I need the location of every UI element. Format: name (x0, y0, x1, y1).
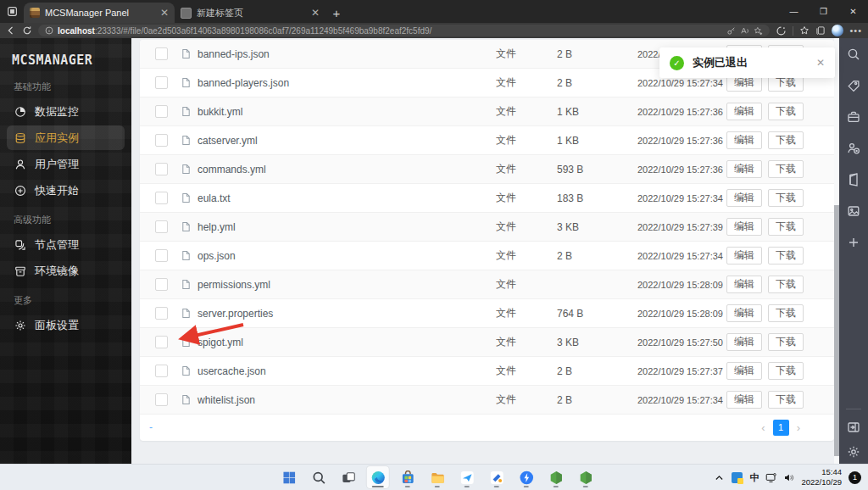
edit-button[interactable]: 编辑 (726, 391, 762, 409)
restore-button[interactable]: ❐ (809, 0, 838, 23)
file-row[interactable]: whitelist.json文件2 B2022/10/29 15:27:34编辑… (140, 386, 834, 415)
edit-button[interactable]: 编辑 (726, 189, 762, 207)
sidebar-item-database[interactable]: 应用实例 (7, 125, 125, 150)
site-info-icon[interactable] (45, 26, 53, 35)
browser-tab-newtab[interactable]: 新建标签页 ✕ (175, 3, 326, 23)
edge-sidebar-image-gallery-icon[interactable] (847, 204, 860, 218)
file-name-cell[interactable]: help.yml (181, 221, 496, 233)
download-button[interactable]: 下载 (768, 247, 804, 264)
file-row[interactable]: bukkit.yml文件1 KB2022/10/29 15:27:36编辑下载 (140, 97, 834, 126)
more-menu-icon[interactable]: ••• (849, 25, 862, 36)
file-explorer-button[interactable] (426, 466, 448, 488)
download-button[interactable]: 下载 (768, 362, 804, 380)
row-checkbox[interactable] (155, 192, 168, 204)
file-name-cell[interactable]: whitelist.json (181, 394, 496, 406)
file-name-cell[interactable]: bukkit.yml (181, 106, 496, 118)
sidebar-item-image-box[interactable]: 环境镜像 (7, 259, 125, 283)
edge-sidebar-tools-briefcase-icon[interactable] (847, 110, 860, 124)
edge-sidebar-search-icon[interactable] (847, 47, 860, 61)
password-key-icon[interactable] (726, 26, 736, 36)
tray-chevron-up-icon[interactable] (714, 472, 725, 483)
download-button[interactable]: 下载 (768, 304, 804, 322)
edge-button[interactable] (367, 466, 389, 488)
toast-close-icon[interactable]: ✕ (816, 57, 825, 69)
file-row[interactable]: usercache.json文件2 B2022/10/29 15:27:37编辑… (140, 357, 834, 386)
ime-language-indicator[interactable]: 中 (749, 471, 759, 484)
read-aloud-icon[interactable] (740, 26, 749, 36)
file-name-cell[interactable]: permissions.yml (181, 279, 496, 291)
browser-tab-mcsmanager[interactable]: MCSManager Panel ✕ (24, 3, 175, 23)
start-button[interactable] (278, 466, 300, 488)
file-row[interactable]: spigot.yml文件3 KB2022/10/29 15:27:50编辑下载 (140, 328, 834, 357)
edit-button[interactable]: 编辑 (726, 160, 762, 178)
refresh-icon[interactable] (22, 25, 32, 36)
nodejs-button[interactable] (545, 466, 567, 488)
row-checkbox[interactable] (155, 278, 168, 291)
back-icon[interactable] (6, 25, 16, 36)
sidebar-item-gear[interactable]: 面板设置 (7, 313, 125, 337)
profile-avatar[interactable] (832, 25, 843, 36)
task-view-button[interactable] (337, 466, 359, 488)
file-row[interactable]: catserver.yml文件1 KB2022/10/29 15:27:36编辑… (140, 126, 834, 155)
row-checkbox[interactable] (155, 336, 168, 348)
file-name-cell[interactable]: eula.txt (181, 192, 496, 204)
address-bar[interactable]: localhost:23333/#/file/0ae2d503a6f14063a… (38, 25, 770, 36)
tray-clock[interactable]: 15:44 2022/10/29 (801, 467, 842, 488)
edit-button[interactable]: 编辑 (726, 333, 762, 351)
t-logo-app-button[interactable] (486, 466, 508, 488)
edit-button[interactable]: 编辑 (726, 362, 762, 380)
row-checkbox[interactable] (155, 47, 168, 60)
row-checkbox[interactable] (155, 393, 168, 406)
edit-button[interactable]: 编辑 (726, 304, 762, 322)
tab-close-icon[interactable]: ✕ (160, 8, 169, 18)
download-button[interactable]: 下载 (768, 189, 804, 207)
download-button[interactable]: 下载 (768, 160, 804, 178)
next-page-icon[interactable]: › (797, 421, 800, 434)
sidebar-item-plus-circle[interactable]: 快速开始 (7, 178, 125, 203)
sidebar-item-user[interactable]: 用户管理 (7, 152, 125, 176)
minimize-button[interactable]: — (779, 0, 809, 23)
sidebar-item-nodes[interactable]: 节点管理 (7, 232, 125, 257)
edge-sidebar-add-icon[interactable] (847, 236, 860, 249)
file-name-cell[interactable]: usercache.json (181, 365, 496, 377)
file-row[interactable]: eula.txt文件183 B2022/10/29 15:27:34编辑下载 (140, 184, 834, 213)
edge-sidebar-settings-gear-icon[interactable] (847, 445, 860, 459)
edit-button[interactable]: 编辑 (726, 131, 762, 149)
edge-sidebar-office-icon[interactable] (847, 173, 860, 187)
file-row[interactable]: help.yml文件3 KB2022/10/29 15:27:39编辑下载 (140, 213, 834, 242)
prev-page-icon[interactable]: ‹ (761, 421, 765, 434)
row-checkbox[interactable] (155, 220, 168, 233)
file-name-cell[interactable]: ops.json (181, 250, 496, 262)
download-button[interactable]: 下载 (768, 333, 804, 351)
file-name-cell[interactable]: commands.yml (181, 164, 496, 175)
file-name-cell[interactable]: catserver.yml (181, 135, 496, 147)
edge-sidebar-shopping-tag-icon[interactable] (847, 79, 860, 92)
edge-sidebar-games-person-icon[interactable] (847, 142, 860, 155)
download-button[interactable]: 下载 (768, 131, 804, 149)
row-checkbox[interactable] (155, 249, 168, 262)
favorites-star-icon[interactable] (799, 25, 810, 36)
edit-button[interactable]: 编辑 (726, 276, 762, 293)
notification-count-badge[interactable]: 1 (849, 471, 861, 484)
ime-icon[interactable] (732, 472, 743, 483)
row-checkbox[interactable] (155, 307, 168, 320)
current-page-button[interactable]: 1 (773, 420, 789, 436)
close-button[interactable]: ✕ (838, 0, 868, 23)
download-button[interactable]: 下载 (768, 276, 804, 293)
edit-button[interactable]: 编辑 (726, 247, 762, 264)
store-button[interactable] (397, 466, 419, 488)
blue-bird-app-button[interactable] (456, 466, 478, 488)
collections-icon[interactable] (815, 25, 826, 36)
download-button[interactable]: 下载 (768, 103, 804, 120)
add-favorite-star-icon[interactable] (754, 26, 763, 36)
file-row[interactable]: ops.json文件2 B2022/10/29 15:27:34编辑下载 (140, 242, 834, 270)
row-checkbox[interactable] (155, 134, 168, 147)
tab-actions-button[interactable] (0, 0, 24, 23)
file-row[interactable]: server.properties文件764 B2022/10/29 15:28… (140, 299, 834, 328)
download-button[interactable]: 下载 (768, 218, 804, 236)
download-button[interactable]: 下载 (768, 391, 804, 409)
edge-sidebar-open-sidebar-icon[interactable] (847, 420, 860, 434)
file-name-cell[interactable]: banned-ips.json (181, 48, 496, 60)
display-cast-icon[interactable] (765, 472, 776, 483)
row-checkbox[interactable] (155, 76, 168, 89)
